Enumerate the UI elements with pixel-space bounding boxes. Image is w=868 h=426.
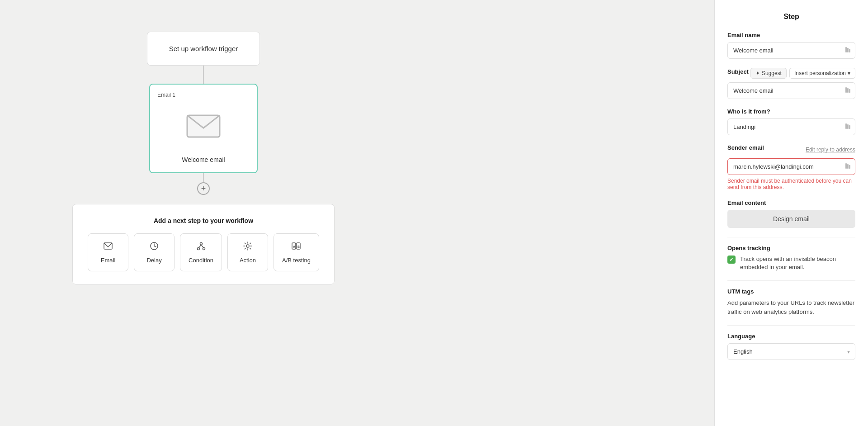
- divider-1: [727, 237, 855, 237]
- language-label: Language: [727, 333, 855, 340]
- delay-step-icon: [149, 241, 159, 253]
- svg-rect-21: [845, 123, 847, 129]
- condition-step-icon: [196, 241, 206, 253]
- chevron-down-icon: ▾: [848, 70, 850, 76]
- sender-email-icon: [844, 163, 851, 170]
- utm-tags-label: UTM tags: [727, 288, 855, 295]
- opens-tracking-row: Track opens with an invisible beacon emb…: [727, 255, 855, 271]
- svg-line-9: [201, 245, 203, 248]
- who-from-group: Who is it from?: [727, 108, 855, 135]
- subject-controls: ✦ Suggest Insert personalization ▾: [750, 68, 855, 79]
- insert-personalization-button[interactable]: Insert personalization ▾: [789, 68, 855, 79]
- subject-input[interactable]: [727, 82, 855, 99]
- language-group: Language English Polish German French Sp…: [727, 333, 855, 360]
- add-step-button[interactable]: +: [197, 182, 210, 195]
- email-step-label: Email: [101, 257, 116, 264]
- svg-point-6: [197, 248, 199, 250]
- right-panel: Step Email name Subject ✦ Suggest: [714, 0, 868, 426]
- sender-error-text: Sender email must be authenticated befor…: [727, 178, 855, 190]
- step-option-condition[interactable]: Condition: [180, 233, 222, 271]
- step-option-delay[interactable]: Delay: [134, 233, 175, 271]
- email-icon-container: [157, 104, 250, 149]
- sender-email-label: Sender email: [727, 144, 764, 151]
- condition-step-label: Condition: [189, 257, 213, 264]
- subject-label-row: Subject ✦ Suggest Insert personalization…: [727, 68, 855, 79]
- delay-step-label: Delay: [146, 257, 161, 264]
- next-step-panel: Add a next step to your workflow Email: [72, 204, 335, 284]
- svg-text:A: A: [293, 245, 295, 248]
- who-from-icon: [844, 123, 851, 131]
- svg-rect-22: [847, 124, 849, 129]
- ab-testing-step-icon: A B: [291, 241, 301, 253]
- email-name-label: Email name: [727, 32, 855, 38]
- svg-text:B: B: [297, 245, 300, 248]
- svg-point-7: [203, 248, 205, 250]
- step-option-ab-testing[interactable]: A B A/B testing: [274, 233, 319, 271]
- email-step-icon: [103, 241, 113, 253]
- opens-tracking-label: Opens tracking: [727, 245, 855, 251]
- svg-rect-18: [845, 87, 847, 93]
- sender-email-label-row: Sender email Edit reply-to address: [727, 144, 855, 155]
- subject-label: Subject: [727, 68, 749, 75]
- svg-rect-19: [847, 88, 849, 93]
- trigger-label: Set up workflow trigger: [169, 45, 238, 52]
- sender-email-input-wrapper: [727, 158, 855, 175]
- divider-2: [727, 280, 855, 281]
- svg-rect-23: [849, 125, 850, 129]
- step-options: Email Delay: [84, 233, 323, 271]
- design-email-button[interactable]: Design email: [727, 210, 855, 228]
- svg-point-10: [246, 245, 249, 247]
- connector-line-2: [203, 173, 204, 182]
- svg-rect-25: [847, 164, 849, 169]
- edit-reply-link[interactable]: Edit reply-to address: [806, 147, 855, 153]
- language-select[interactable]: English Polish German French Spanish: [727, 343, 855, 360]
- sender-email-input[interactable]: [727, 158, 855, 175]
- workflow-container: Set up workflow trigger Email 1 Welcome …: [72, 32, 335, 284]
- connector-line-1: [203, 66, 204, 84]
- svg-rect-20: [849, 89, 850, 93]
- divider-3: [727, 325, 855, 326]
- svg-rect-24: [845, 163, 847, 169]
- suggest-button[interactable]: ✦ Suggest: [750, 68, 787, 79]
- svg-rect-26: [849, 165, 850, 169]
- action-step-label: Action: [240, 257, 256, 264]
- canvas-area: Set up workflow trigger Email 1 Welcome …: [0, 0, 714, 426]
- subject-group: Subject ✦ Suggest Insert personalization…: [727, 68, 855, 99]
- svg-point-5: [200, 243, 202, 245]
- who-from-input-wrapper: [727, 118, 855, 135]
- step-option-action[interactable]: Action: [227, 233, 268, 271]
- svg-rect-17: [849, 49, 850, 52]
- svg-rect-15: [845, 47, 847, 52]
- suggest-icon: ✦: [755, 70, 760, 76]
- utm-tags-section: UTM tags Add parameters to your URLs to …: [727, 288, 855, 316]
- who-from-input[interactable]: [727, 118, 855, 135]
- action-step-icon: [243, 241, 253, 253]
- svg-line-4: [154, 246, 156, 247]
- email-node[interactable]: Email 1 Welcome email: [149, 84, 258, 173]
- opens-tracking-checkbox[interactable]: [727, 256, 736, 264]
- svg-line-8: [199, 245, 201, 248]
- email-content-group: Email content Design email: [727, 199, 855, 228]
- next-step-title: Add a next step to your workflow: [84, 217, 323, 224]
- svg-rect-16: [847, 48, 849, 52]
- plus-connector: +: [197, 173, 210, 195]
- email-name-input[interactable]: [727, 42, 855, 59]
- sender-email-group: Sender email Edit reply-to address Sende…: [727, 144, 855, 190]
- opens-tracking-text: Track opens with an invisible beacon emb…: [740, 255, 855, 271]
- email-name-input-wrapper: [727, 42, 855, 59]
- email-content-label: Email content: [727, 199, 855, 206]
- subject-input-wrapper: [727, 82, 855, 99]
- email-envelope-icon: [185, 113, 222, 140]
- email-node-label: Email 1: [157, 92, 175, 98]
- trigger-node[interactable]: Set up workflow trigger: [147, 32, 260, 66]
- who-from-label: Who is it from?: [727, 108, 855, 115]
- email-name-icon: [844, 47, 851, 54]
- opens-tracking-section: Opens tracking Track opens with an invis…: [727, 245, 855, 271]
- ab-testing-step-label: A/B testing: [282, 257, 311, 264]
- subject-icon: [844, 87, 851, 95]
- language-select-wrapper: English Polish German French Spanish ▾: [727, 343, 855, 360]
- utm-description: Add parameters to your URLs to track new…: [727, 298, 855, 316]
- panel-title: Step: [727, 13, 855, 21]
- step-option-email[interactable]: Email: [88, 233, 128, 271]
- email-node-name: Welcome email: [157, 156, 250, 165]
